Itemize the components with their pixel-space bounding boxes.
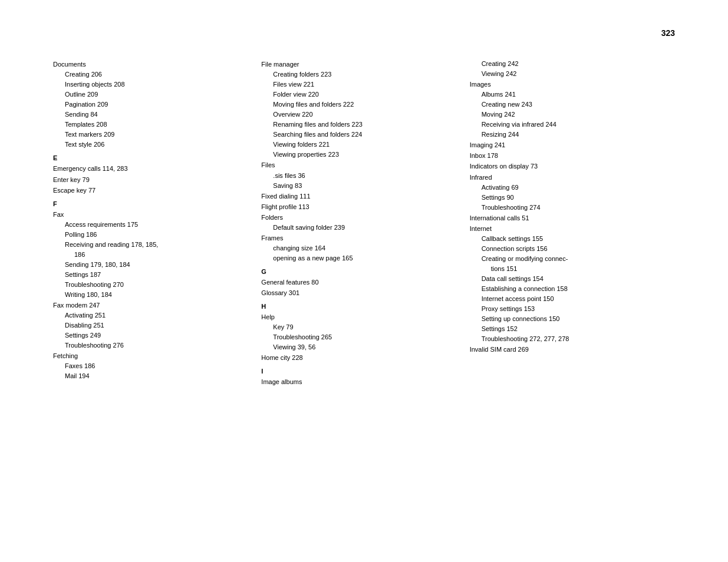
index-sub-entry: Searching files and folders 224 bbox=[261, 130, 452, 140]
index-main-entry: Inbox 178 bbox=[470, 151, 660, 161]
index-sub-entry: Viewing properties 223 bbox=[261, 150, 452, 160]
index-main-entry: Image albums bbox=[261, 377, 452, 387]
index-sub-entry: Receiving via infrared 244 bbox=[470, 120, 660, 130]
index-sub-entry: Activating 251 bbox=[53, 310, 243, 320]
index-sub-entry: Polling 186 bbox=[53, 230, 243, 240]
index-sub-entry: Text markers 209 bbox=[53, 130, 243, 140]
index-sub-entry: Moving 242 bbox=[470, 110, 660, 120]
index-main-entry: Fetching bbox=[53, 351, 243, 361]
index-sub-entry: Outline 209 bbox=[53, 90, 243, 100]
index-sub-entry: Pagination 209 bbox=[53, 100, 243, 110]
column-col3: Creating 242Viewing 242ImagesAlbums 241C… bbox=[470, 59, 678, 387]
index-sub-entry: Establishing a connection 158 bbox=[470, 284, 660, 294]
index-main-entry: Emergency calls 114, 283 bbox=[53, 164, 243, 174]
index-main-entry: International calls 51 bbox=[470, 213, 660, 223]
index-sub-entry: Viewing folders 221 bbox=[261, 140, 452, 150]
index-sub-entry: Data call settings 154 bbox=[470, 274, 660, 284]
index-sub-entry: Inserting objects 208 bbox=[53, 80, 243, 90]
index-main-entry: Enter key 79 bbox=[53, 175, 243, 185]
index-sub-entry: Troubleshooting 265 bbox=[261, 332, 452, 342]
index-sub-entry: Callback settings 155 bbox=[470, 234, 660, 244]
index-main-entry: Documents bbox=[53, 59, 243, 70]
index-subsub-entry: 186 bbox=[53, 250, 243, 260]
index-sub-entry: Sending 84 bbox=[53, 110, 243, 120]
letter-heading-h: H bbox=[261, 302, 452, 312]
index-main-entry: Internet bbox=[470, 224, 660, 234]
index-main-entry: Frames bbox=[261, 233, 452, 243]
index-main-entry: Images bbox=[470, 80, 660, 90]
index-sub-entry: Text style 206 bbox=[53, 140, 243, 150]
index-sub-entry: Connection scripts 156 bbox=[470, 244, 660, 254]
index-sub-entry: Default saving folder 239 bbox=[261, 223, 452, 233]
index-main-entry: General features 80 bbox=[261, 277, 452, 287]
index-main-entry: Indicators on display 73 bbox=[470, 161, 660, 171]
index-sub-entry: Albums 241 bbox=[470, 90, 660, 100]
index-main-entry: Invalid SIM card 269 bbox=[470, 345, 660, 355]
index-sub-entry: Faxes 186 bbox=[53, 361, 243, 371]
letter-heading-f: F bbox=[53, 199, 243, 209]
index-sub-entry: Troubleshooting 274 bbox=[470, 203, 660, 213]
index-sub-entry: Viewing 242 bbox=[470, 69, 660, 79]
index-main-entry: Fax bbox=[53, 210, 243, 220]
index-main-entry: Glossary 301 bbox=[261, 288, 452, 298]
letter-heading-g: G bbox=[261, 267, 452, 277]
index-sub-entry: Writing 180, 184 bbox=[53, 290, 243, 300]
index-sub-entry: Proxy settings 153 bbox=[470, 304, 660, 314]
index-main-entry: Escape key 77 bbox=[53, 186, 243, 196]
index-sub-entry: changing size 164 bbox=[261, 243, 452, 253]
index-main-entry: Imaging 241 bbox=[470, 140, 660, 150]
index-sub-entry: Mail 194 bbox=[53, 371, 243, 381]
index-sub-entry: Viewing 39, 56 bbox=[261, 342, 452, 352]
index-sub-entry: Internet access point 150 bbox=[470, 294, 660, 304]
index-sub-entry: Creating or modifying connec- bbox=[470, 254, 660, 264]
letter-heading-i: I bbox=[261, 366, 452, 376]
index-main-entry: Files bbox=[261, 160, 452, 170]
index-main-entry: Folders bbox=[261, 213, 452, 223]
index-main-entry: File manager bbox=[261, 59, 452, 70]
index-sub-entry: .sis files 36 bbox=[261, 171, 452, 181]
index-sub-entry: Templates 208 bbox=[53, 120, 243, 130]
index-sub-entry: Settings 187 bbox=[53, 270, 243, 280]
index-sub-entry: Creating folders 223 bbox=[261, 70, 452, 80]
page-number: 323 bbox=[661, 28, 675, 38]
index-sub-entry: Access requirements 175 bbox=[53, 220, 243, 230]
index-sub-entry: Activating 69 bbox=[470, 183, 660, 193]
column-col1: DocumentsCreating 206Inserting objects 2… bbox=[53, 59, 261, 387]
index-sub-entry: Settings 90 bbox=[470, 193, 660, 203]
index-sub-entry: Sending 179, 180, 184 bbox=[53, 260, 243, 270]
index-subsub-entry: tions 151 bbox=[470, 264, 660, 274]
index-sub-entry: Overview 220 bbox=[261, 110, 452, 120]
index-sub-entry: Disabling 251 bbox=[53, 320, 243, 330]
index-main-entry: Fixed dialing 111 bbox=[261, 191, 452, 201]
index-sub-entry: Key 79 bbox=[261, 322, 452, 332]
index-sub-entry: Settings 152 bbox=[470, 324, 660, 334]
index-sub-entry: Saving 83 bbox=[261, 181, 452, 191]
index-sub-entry: Resizing 244 bbox=[470, 130, 660, 140]
column-col2: File managerCreating folders 223Files vi… bbox=[261, 59, 469, 387]
letter-heading-e: E bbox=[53, 153, 243, 163]
index-sub-entry: Renaming files and folders 223 bbox=[261, 120, 452, 130]
index-main-entry: Home city 228 bbox=[261, 353, 452, 363]
index-content: DocumentsCreating 206Inserting objects 2… bbox=[53, 59, 678, 387]
index-sub-entry: Creating 242 bbox=[470, 59, 660, 69]
index-sub-entry: Setting up connections 150 bbox=[470, 314, 660, 324]
index-main-entry: Fax modem 247 bbox=[53, 300, 243, 310]
index-main-entry: Help bbox=[261, 312, 452, 322]
index-sub-entry: Creating 206 bbox=[53, 70, 243, 80]
index-sub-entry: Receiving and reading 178, 185, bbox=[53, 240, 243, 250]
index-sub-entry: Troubleshooting 276 bbox=[53, 340, 243, 351]
index-main-entry: Infrared bbox=[470, 173, 660, 183]
index-sub-entry: Folder view 220 bbox=[261, 90, 452, 100]
index-sub-entry: Moving files and folders 222 bbox=[261, 100, 452, 110]
index-sub-entry: Creating new 243 bbox=[470, 100, 660, 110]
index-sub-entry: Settings 249 bbox=[53, 330, 243, 340]
index-sub-entry: Troubleshooting 270 bbox=[53, 280, 243, 290]
index-sub-entry: Files view 221 bbox=[261, 80, 452, 90]
index-sub-entry: Troubleshooting 272, 277, 278 bbox=[470, 334, 660, 344]
index-main-entry: Flight profile 113 bbox=[261, 202, 452, 212]
index-sub-entry: opening as a new page 165 bbox=[261, 253, 452, 263]
